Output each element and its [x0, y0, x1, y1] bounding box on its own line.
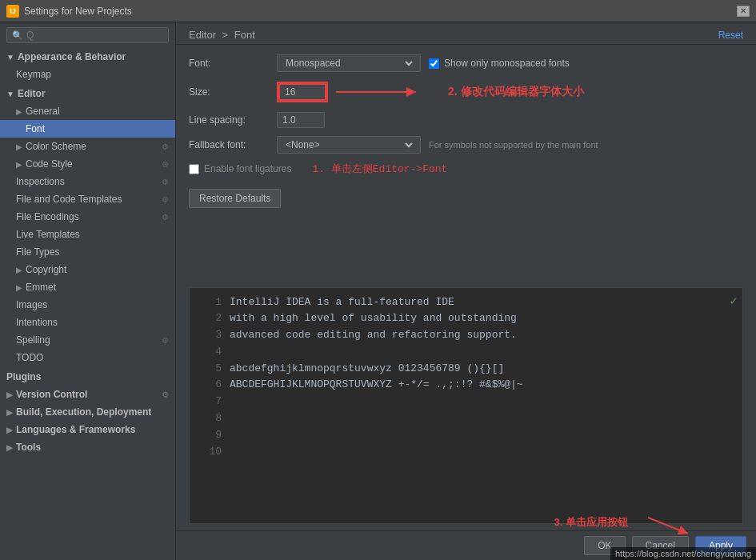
show-mono-checkbox-row: Show only monospaced fonts — [429, 58, 570, 69]
sidebar-item-livetemplates[interactable]: Live Templates — [0, 226, 175, 243]
sidebar-item-editor[interactable]: ▼ Editor — [0, 85, 175, 102]
arrow-icon: ▼ — [6, 90, 14, 98]
sidebar-item-label: Inspections — [16, 176, 65, 187]
sidebar-item-label: Code Style — [26, 158, 73, 170]
line-number: 7 — [199, 394, 222, 410]
sidebar-item-tools[interactable]: ▶ Tools — [0, 438, 175, 456]
fallback-font-select[interactable]: <None> — [282, 138, 415, 151]
preview-line: 8 — [199, 410, 733, 427]
ligatures-checkbox[interactable] — [189, 164, 199, 174]
fallback-font-label: Fallback font: — [189, 139, 277, 150]
sidebar-item-images[interactable]: Images — [0, 296, 175, 314]
line-number: 2 — [199, 310, 222, 327]
sidebar-item-label: Images — [16, 299, 47, 310]
sidebar-item-label: Emmet — [26, 282, 56, 293]
reset-link[interactable]: Reset — [718, 30, 743, 41]
sidebar-item-label: File Encodings — [16, 211, 79, 222]
svg-line-1 — [648, 518, 688, 534]
size-input[interactable] — [278, 83, 326, 101]
line-number: 5 — [199, 361, 222, 378]
sidebar-item-languages[interactable]: ▶ Languages & Frameworks — [0, 421, 175, 438]
preview-line: 6ABCDEFGHIJKLMNOPQRSTUVWXYZ +-*/= .,;:!?… — [199, 377, 733, 394]
fallback-font-row: Fallback font: <None> For symbols not su… — [189, 136, 743, 154]
fallback-font-dropdown[interactable]: <None> — [277, 136, 421, 154]
preview-line: 2with a high level of usability and outs… — [199, 310, 733, 327]
font-select[interactable]: Monospaced — [282, 57, 415, 70]
arrow-icon: ▶ — [16, 160, 22, 169]
annotation3-arrow — [648, 514, 696, 538]
sidebar-item-label: Build, Execution, Deployment — [16, 406, 151, 418]
arrow-icon: ▶ — [6, 426, 13, 434]
line-number: 4 — [199, 344, 222, 361]
sidebar-item-keymap[interactable]: Keymap — [0, 66, 175, 83]
show-mono-checkbox[interactable] — [429, 58, 439, 69]
sidebar-item-label: Color Scheme — [26, 141, 86, 152]
app-icon: IJ — [6, 5, 19, 18]
restore-defaults-button[interactable]: Restore Defaults — [189, 189, 281, 208]
preview-line: 9 — [199, 427, 733, 444]
linespacing-input[interactable] — [277, 112, 325, 128]
sidebar-item-plugins[interactable]: Plugins — [0, 368, 175, 386]
sidebar-item-todo[interactable]: TODO — [0, 349, 175, 366]
font-label: Font: — [189, 58, 277, 69]
breadcrumb-sep: > — [222, 29, 231, 41]
sidebar-item-label: Intentions — [16, 317, 58, 328]
sidebar-item-label: Spelling — [16, 334, 50, 346]
preview-area: ✓ 1IntelliJ IDEA is a full-featured IDE2… — [189, 287, 743, 525]
sidebar-item-font[interactable]: Font — [0, 120, 175, 138]
annotation1-text: 1. 单击左侧Editor->Font — [312, 162, 447, 176]
font-row: Font: Monospaced Show only monospaced fo… — [189, 54, 743, 72]
close-button[interactable]: ✕ — [737, 6, 750, 17]
settings-icon: ⚙ — [162, 142, 169, 151]
sidebar-item-fileencodings[interactable]: File Encodings ⚙ — [0, 208, 175, 226]
sidebar-item-filetypes[interactable]: File Types — [0, 243, 175, 261]
fallback-font-note: For symbols not supported by the main fo… — [429, 140, 598, 150]
arrow-icon: ▶ — [16, 266, 22, 274]
sidebar-item-spelling[interactable]: Spelling ⚙ — [0, 331, 175, 349]
search-input[interactable] — [26, 30, 163, 41]
linespacing-label: Line spacing: — [189, 114, 277, 126]
linespacing-control — [277, 112, 743, 128]
fallback-font-control: <None> For symbols not supported by the … — [277, 136, 743, 154]
sidebar-item-appearance[interactable]: ▼ Appearance & Behavior — [0, 48, 175, 66]
arrow-icon: ▶ — [16, 107, 22, 116]
annotation3-text: 3. 单击应用按钮 — [554, 515, 628, 530]
search-icon: 🔍 — [12, 30, 23, 41]
line-number: 10 — [199, 444, 222, 461]
size-row: Size: — [189, 80, 743, 104]
line-content: abcdefghijklmnopqrstuvwxyz 0123456789 ()… — [230, 361, 504, 378]
sidebar-item-label: Copyright — [26, 264, 66, 275]
font-dropdown[interactable]: Monospaced — [277, 54, 421, 72]
sidebar-item-copyright[interactable]: ▶ Copyright — [0, 261, 175, 278]
sidebar-item-general[interactable]: ▶ General — [0, 102, 175, 120]
sidebar-item-label: Plugins — [6, 371, 41, 382]
sidebar-item-codestyle[interactable]: ▶ Code Style ⚙ — [0, 155, 175, 173]
sidebar-item-label: Tools — [16, 442, 41, 453]
sidebar-item-intentions[interactable]: Intentions — [0, 314, 175, 331]
arrow-icon: ▼ — [6, 53, 14, 62]
sidebar-item-label: Keymap — [16, 69, 51, 80]
ligatures-label: Enable font ligatures — [204, 163, 291, 174]
sidebar-item-emmet[interactable]: ▶ Emmet — [0, 278, 175, 296]
sidebar-item-label: Languages & Frameworks — [16, 424, 135, 435]
sidebar-item-build[interactable]: ▶ Build, Execution, Deployment — [0, 403, 175, 421]
sidebar-item-versioncontrol[interactable]: ▶ Version Control ⚙ — [0, 386, 175, 403]
search-box[interactable]: 🔍 — [6, 27, 169, 43]
sidebar-item-inspections[interactable]: Inspections ⚙ — [0, 173, 175, 190]
linespacing-row: Line spacing: — [189, 112, 743, 128]
sidebar-item-label: General — [26, 106, 60, 117]
sidebar-item-label: Font — [26, 123, 45, 134]
sidebar-item-filetemplates[interactable]: File and Code Templates ⚙ — [0, 190, 175, 208]
arrow-icon: ▶ — [16, 283, 22, 292]
preview-line: 7 — [199, 394, 733, 410]
breadcrumb-editor: Editor — [189, 29, 216, 41]
ligatures-row: Enable font ligatures 1. 单击左侧Editor->Fon… — [189, 162, 743, 176]
line-number: 9 — [199, 427, 222, 444]
sidebar-item-colorscheme[interactable]: ▶ Color Scheme ⚙ — [0, 138, 175, 155]
preview-lines: 1IntelliJ IDEA is a full-featured IDE2wi… — [199, 294, 733, 461]
size-border-box — [277, 82, 328, 102]
watermark: https://blog.csdn.net/chengyuqiang — [610, 547, 756, 560]
preview-line: 5abcdefghijklmnopqrstuvwxyz 0123456789 (… — [199, 361, 733, 378]
sidebar-item-label: Live Templates — [16, 229, 80, 240]
size-annotation-container: Size: — [189, 80, 743, 104]
